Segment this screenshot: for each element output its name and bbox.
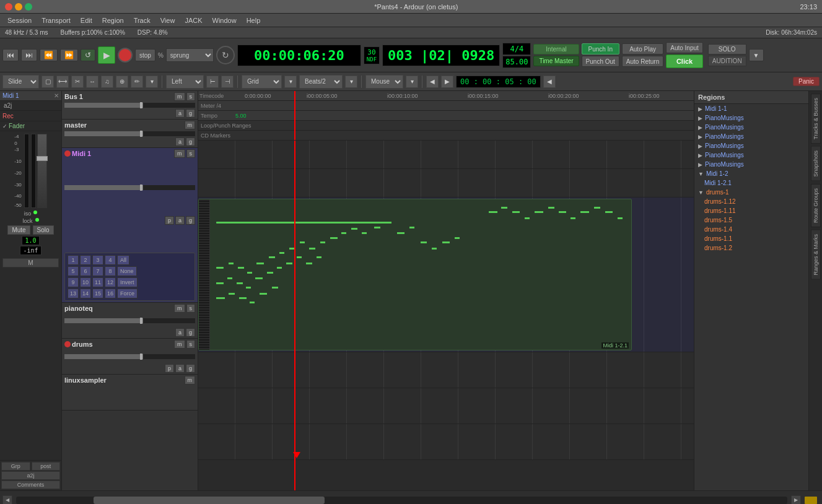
master-m-button[interactable]: m (185, 121, 196, 129)
m-button[interactable]: M (2, 258, 59, 267)
snapshots-tab[interactable]: Snapshots (811, 146, 821, 181)
pianoteq-m-button[interactable]: m (174, 304, 185, 313)
a2j-tab[interactable]: a2j (0, 101, 15, 110)
snap-align-select[interactable]: Left Right Center (166, 75, 204, 89)
forward-button[interactable]: ⏭ (21, 49, 37, 61)
midi-tab[interactable]: Midi 1 (2, 92, 19, 99)
auto-return-button[interactable]: Auto Return (622, 56, 663, 67)
ch-10[interactable]: 10 (80, 277, 91, 287)
ch-6[interactable]: 6 (80, 266, 91, 276)
mouse-mode-select[interactable]: Mouse (365, 75, 403, 89)
route-groups-tab[interactable]: Route Groups (811, 184, 821, 227)
ch-4[interactable]: 4 (105, 255, 116, 265)
ch-13[interactable]: 13 (68, 289, 79, 298)
menu-region[interactable]: Region (97, 15, 129, 25)
scroll-right-button[interactable]: ▶ (791, 495, 801, 505)
click-button[interactable]: Click (666, 54, 703, 68)
ch-all[interactable]: All (117, 255, 129, 265)
menu-jack[interactable]: JACK (180, 15, 207, 25)
ranges-marks-tab[interactable]: Ranges & Marks (811, 230, 821, 280)
stretch-tool-button[interactable]: ↔ (86, 76, 98, 88)
a2j-button[interactable]: a2j (1, 471, 60, 480)
rec-tab[interactable]: Rec (2, 113, 14, 119)
rewind-button[interactable]: ⏮ (2, 49, 19, 61)
ch-15[interactable]: 15 (92, 289, 103, 298)
scroll-left-button[interactable]: ◀ (2, 495, 12, 505)
midi1-a-button[interactable]: a (175, 216, 185, 225)
drums-s-button[interactable]: s (186, 340, 196, 349)
grid-type-select[interactable]: Beats/2 Beats/4 Beats Bars (299, 75, 343, 89)
pianoteq-s-button[interactable]: s (186, 304, 196, 313)
ch-16[interactable]: 16 (105, 289, 116, 298)
bus1-s-button[interactable]: s (186, 92, 196, 101)
midi1-p-button[interactable]: p (165, 216, 174, 225)
ch-none[interactable]: None (117, 266, 137, 276)
grid-dropdown-button[interactable]: ▾ (284, 76, 297, 88)
menu-view[interactable]: View (155, 15, 180, 25)
ch-11[interactable]: 11 (92, 277, 103, 287)
region-drums-1-11[interactable]: drums-1.11 (694, 206, 808, 215)
zoom-next-button[interactable]: ▶ (441, 76, 453, 88)
bus1-g-button[interactable]: g (186, 109, 195, 118)
auto-play-button[interactable]: Auto Play (622, 43, 663, 54)
midi-block-main[interactable]: Midi 1-2.1 (198, 199, 632, 350)
menu-window[interactable]: Window (208, 15, 242, 25)
minimize-button[interactable] (15, 3, 22, 11)
panic-button[interactable]: Panic (793, 77, 820, 86)
menu-session[interactable]: Session (2, 15, 37, 25)
play-button[interactable]: ▶ (98, 46, 115, 64)
ch-14[interactable]: 14 (80, 289, 91, 298)
fader-slider[interactable] (37, 134, 47, 208)
linuxsampler-m-button[interactable]: m (185, 376, 196, 385)
loop-button[interactable]: ↺ (81, 49, 95, 61)
fader-label[interactable]: Fader (9, 123, 25, 129)
ch-3[interactable]: 3 (92, 255, 103, 265)
post-button[interactable]: post (32, 462, 61, 471)
mouse-dropdown-button[interactable]: ▾ (406, 76, 418, 88)
region-drums-1-2[interactable]: drums-1.2 (694, 243, 808, 253)
mute-button[interactable]: Mute (7, 225, 30, 235)
tracks-busses-tab[interactable]: Tracks & Busses (811, 93, 821, 144)
midi1-s-button[interactable]: s (186, 149, 196, 158)
midi1-g-button[interactable]: g (186, 216, 195, 225)
region-drums-1-5[interactable]: drums-1.5 (694, 215, 808, 225)
snap-left-button[interactable]: ⊢ (206, 76, 219, 88)
select-tool-button[interactable]: ▢ (42, 76, 54, 88)
region-piano-5[interactable]: ▶ PianoMusings (694, 150, 808, 160)
snap-time-prev[interactable]: ◀ (543, 76, 556, 88)
close-panel-icon[interactable]: ✕ (54, 92, 59, 99)
master-a-button[interactable]: a (175, 137, 185, 146)
ch-1[interactable]: 1 (68, 255, 79, 265)
draw-tool-button[interactable]: ✏ (131, 76, 143, 88)
edit-mode-select[interactable]: Slide Ripple Lock (2, 75, 39, 89)
stop-button[interactable]: stop (135, 49, 155, 61)
solo-indicator[interactable]: SOLO (708, 44, 746, 54)
zoom-tool-button[interactable]: ⊕ (116, 76, 128, 88)
master-fader[interactable] (64, 131, 195, 136)
more-tools-button[interactable]: ▾ (146, 76, 158, 88)
punch-in-button[interactable]: Punch In (582, 43, 619, 54)
menu-transport[interactable]: Transport (37, 15, 76, 25)
ff-button[interactable]: ⏩ (60, 49, 78, 61)
menu-track[interactable]: Track (129, 15, 155, 25)
internal-button[interactable]: Internal (533, 44, 579, 54)
pianoteq-a-button[interactable]: a (175, 328, 185, 337)
record-button[interactable] (118, 48, 133, 63)
maximize-button[interactable] (25, 3, 32, 11)
timemaster-button[interactable]: Time Master (533, 56, 579, 66)
region-piano-6[interactable]: ▶ PianoMusings (694, 160, 808, 169)
drums-a-button[interactable]: a (175, 364, 185, 373)
cut-tool-button[interactable]: ✂ (71, 76, 84, 88)
grid-type-dropdown-button[interactable]: ▾ (345, 76, 357, 88)
pianoteq-g-button[interactable]: g (186, 328, 195, 337)
h-scrollbar-thumb[interactable] (94, 497, 325, 504)
region-midi1-2-1[interactable]: Midi 1-2.1 (694, 178, 808, 188)
loop-indicator[interactable]: ↻ (216, 46, 235, 64)
transport-dropdown-button[interactable]: ▼ (749, 49, 764, 61)
ch-9[interactable]: 9 (68, 277, 79, 287)
region-drums-1-12[interactable]: drums-1.12 (694, 197, 808, 206)
ch-force[interactable]: Force (117, 289, 138, 298)
ch-5[interactable]: 5 (68, 266, 79, 276)
listen-tool-button[interactable]: ♫ (101, 76, 113, 88)
region-piano-2[interactable]: ▶ PianoMusings (694, 123, 808, 132)
